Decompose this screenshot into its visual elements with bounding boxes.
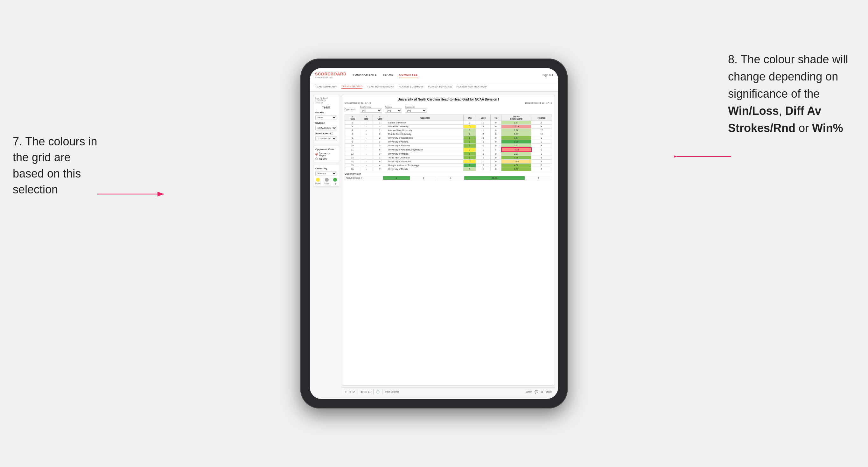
cell-loss: 0: [476, 136, 491, 140]
out-of-division-row: NCAA Division II 1 0 0 26.00 3: [345, 176, 552, 180]
main-panel: Last Updated: 27/03/2024 16:55:38 Team G…: [313, 95, 555, 396]
radio-dot: [315, 157, 318, 160]
toolbar-undo-group: ↩ ↪ ⟳: [345, 390, 355, 394]
cell-opponent: Florida State University: [387, 132, 463, 136]
radio-opponents-played[interactable]: Opponents Played: [315, 152, 337, 157]
cell-rank: 8: [345, 136, 360, 140]
col-tie: Tie: [491, 115, 501, 121]
cell-diff: -1.00: [501, 160, 531, 163]
annotation-left: 7. The colours in the grid are based on …: [13, 134, 102, 198]
colour-by-select[interactable]: Win/loss: [315, 171, 337, 176]
cell-conf: 1: [373, 128, 387, 132]
zoom-out-button[interactable]: ⊖: [364, 390, 367, 394]
gender-select[interactable]: Men's: [315, 115, 337, 120]
cell-rounds: 9: [531, 167, 552, 171]
cell-diff: 2.33: [501, 152, 531, 156]
share-button[interactable]: Share: [546, 391, 552, 393]
table-row: 16 - 7 University of Florida 3 1 0 6.62 …: [345, 167, 552, 171]
cell-win: 2: [463, 121, 476, 125]
sign-out-button[interactable]: Sign out: [542, 73, 553, 77]
watch-button[interactable]: Watch: [526, 391, 532, 393]
table-row: 8 - 2 University of Washington 1 0 0 3.6…: [345, 136, 552, 140]
legend-level: Level: [324, 178, 330, 185]
cell-win: 1: [463, 140, 476, 144]
clock-button[interactable]: 🕐: [376, 390, 380, 394]
legend-level-label: Level: [324, 182, 330, 185]
cell-loss: 0: [476, 152, 491, 156]
toolbar-sep3: [382, 390, 382, 395]
cell-conf: 4: [373, 163, 387, 167]
cell-rounds: 8: [531, 144, 552, 148]
subnav-team-h2h-heatmap[interactable]: TEAM H2H HEATMAP: [367, 85, 394, 89]
tablet-frame: SCOREBOARD Powered by clippd TOURNAMENTS…: [300, 59, 568, 408]
cell-opponent: Auburn University: [387, 121, 463, 125]
cell-conf: 2: [373, 132, 387, 136]
cell-win: 3: [463, 156, 476, 160]
arrow-left-icon: [97, 186, 167, 202]
cell-reg: -: [360, 163, 373, 167]
cell-rank: 12: [345, 152, 360, 156]
team-label: Team: [315, 105, 337, 109]
table-row: 2 - 1 Auburn University 2 1 0 1.67 9: [345, 121, 552, 125]
cell-opponent: University of Alabama: [387, 144, 463, 148]
cell-conf: 5: [373, 144, 387, 148]
view-original-label[interactable]: View: Original: [385, 391, 399, 393]
redo-button[interactable]: ↪: [349, 390, 351, 394]
cell-opponent: University of Florida: [387, 167, 463, 171]
nav-items: TOURNAMENTS TEAMS COMMITTEE: [353, 72, 542, 78]
conference-filter: Conference (All): [360, 106, 382, 113]
grid-subtitle: Overall Record: 89 - 17 - 0 Division Rec…: [345, 102, 552, 104]
cell-rounds: 9: [531, 163, 552, 167]
nav-teams[interactable]: TEAMS: [382, 72, 393, 78]
cell-diff: 1.83: [501, 132, 531, 136]
last-updated-label: Last Updated: 27/03/2024 16:55:38: [315, 97, 337, 104]
subnav-player-h2h-heatmap[interactable]: PLAYER H2H HEATMAP: [457, 85, 487, 89]
cell-loss: 1: [476, 121, 491, 125]
undo-button[interactable]: ↩: [345, 390, 347, 394]
conference-select[interactable]: (All): [360, 108, 382, 113]
cell-rank: 14: [345, 160, 360, 163]
school-select[interactable]: 1. University of Nort...: [315, 136, 337, 141]
cell-win: 5: [463, 128, 476, 132]
nav-tournaments[interactable]: TOURNAMENTS: [353, 72, 377, 78]
cell-tie: 0: [491, 136, 501, 140]
cell-loss: 1: [476, 128, 491, 132]
cell-diff: -2.29: [501, 125, 531, 128]
table-row: 13 - 1 Texas Tech University 3 0 0 5.56 …: [345, 156, 552, 160]
cell-diff: 9.00: [501, 140, 531, 144]
zoom-in-button[interactable]: ⊕: [361, 390, 363, 394]
cell-rank: 2: [345, 121, 360, 125]
division-label: Division: [315, 122, 337, 124]
cell-conf: 7: [373, 167, 387, 171]
colour-by-label: Colour by: [315, 167, 337, 170]
cell-tie: 0: [491, 148, 501, 152]
present-button[interactable]: ⊞: [540, 390, 543, 394]
cell-tie: 0: [491, 167, 501, 171]
gender-label: Gender: [315, 111, 337, 114]
cell-diff: 3.67: [501, 136, 531, 140]
cell-conf: 2: [373, 125, 387, 128]
region-select[interactable]: (All): [385, 108, 402, 113]
cell-rank: 9: [345, 140, 360, 144]
table-row: 11 - 6 University of Arkansas, Fayettevi…: [345, 148, 552, 152]
toolbar-sep1: [358, 390, 358, 395]
top-nav: SCOREBOARD Powered by clippd TOURNAMENTS…: [310, 68, 558, 82]
legend-up-label: Up: [334, 182, 336, 185]
comment-button[interactable]: 💬: [534, 390, 538, 394]
cell-diff: 2.28: [501, 128, 531, 132]
nav-committee[interactable]: COMMITTEE: [399, 72, 418, 78]
opponent-select[interactable]: (All): [405, 108, 427, 113]
subnav-player-summary[interactable]: PLAYER SUMMARY: [399, 85, 424, 89]
out-of-division-table: NCAA Division II 1 0 0 26.00 3: [345, 176, 552, 180]
subnav-team-h2h-grid[interactable]: TEAM H2H GRID: [341, 84, 363, 89]
cell-win: 0: [463, 160, 476, 163]
legend-down: Down: [315, 178, 321, 185]
cell-opponent: University of Arkansas, Fayetteville: [387, 148, 463, 152]
opponent-label: Opponent: [405, 106, 427, 108]
subnav-player-h2h-grid[interactable]: PLAYER H2H GRID: [428, 85, 452, 89]
zoom-fit-button[interactable]: ⊡: [368, 390, 371, 394]
division-select[interactable]: NCAA Division I: [315, 126, 337, 130]
subnav-team-summary[interactable]: TEAM SUMMARY: [315, 85, 337, 89]
radio-top100[interactable]: Top 100: [315, 157, 337, 160]
history-button[interactable]: ⟳: [352, 390, 355, 394]
